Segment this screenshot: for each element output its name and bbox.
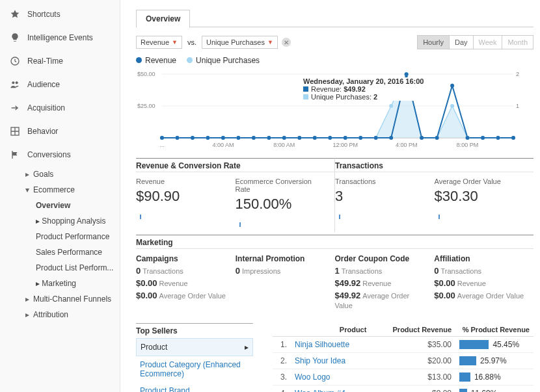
svg-point-46 — [236, 136, 240, 140]
top-sellers-table: Product Product Revenue % Product Revenu… — [273, 323, 533, 392]
marketing-line: 1Transactions — [335, 266, 428, 276]
top-sellers-dimension-list: Top Sellers Product▸ Product Category (E… — [136, 323, 253, 392]
flag-icon — [9, 149, 21, 161]
sidebar-label: Conversions — [27, 150, 71, 159]
time-month-button[interactable]: Month — [502, 35, 533, 49]
marketing-line: $49.92Revenue — [335, 278, 428, 288]
sidebar-sub-attribution[interactable]: ▸Attribution — [0, 307, 120, 322]
sidebar-subsub-shopping-analysis[interactable]: ▸ Shopping Analysis — [0, 213, 120, 229]
chevron-right-icon: ▸ — [245, 343, 249, 352]
product-link[interactable]: Ninja Silhouette — [291, 337, 370, 353]
marketing-line: $0.00Average Order Value — [136, 291, 229, 300]
sidebar-item-shortcuts[interactable]: Shortcuts — [0, 3, 120, 26]
top-sellers-item-category[interactable]: Product Category (Enhanced Ecommerce) — [136, 356, 253, 382]
marketing-line: 0Transactions — [136, 266, 229, 276]
table-row: 1.Ninja Silhouette$35.0045.45% — [273, 337, 533, 353]
sidebar-sub-ecommerce[interactable]: ▾Ecommerce — [0, 182, 120, 198]
marketing-line: 0Impressions — [236, 266, 329, 276]
chevron-down-icon: ▼ — [172, 39, 178, 46]
top-sellers-item-brand[interactable]: Product Brand — [136, 382, 253, 392]
caret-right-icon: ▸ — [36, 279, 40, 288]
marketing-col-header: Campaigns — [136, 254, 229, 263]
sidebar-label: Acquisition — [27, 103, 65, 112]
svg-point-52 — [328, 136, 332, 140]
sidebar-item-audience[interactable]: Audience — [0, 73, 120, 96]
svg-text:12:00 PM: 12:00 PM — [332, 142, 358, 148]
legend-dot-revenue — [136, 57, 142, 63]
metric-transactions: Transactions 3 — [335, 172, 435, 224]
caret-right-icon: ▸ — [36, 216, 40, 226]
chart-legend: Revenue Unique Purchases — [136, 56, 533, 65]
section-title-marketing: Marketing — [136, 235, 533, 248]
metric-b-dropdown[interactable]: Unique Purchases▼ — [202, 36, 278, 49]
remove-comparison-button[interactable]: ✕ — [282, 38, 291, 47]
sidebar-item-realtime[interactable]: Real-Time — [0, 49, 120, 73]
clock-icon — [9, 55, 21, 67]
svg-point-44 — [206, 136, 209, 140]
sparkline — [136, 211, 162, 219]
marketing-col-header: Internal Promotion — [236, 254, 329, 263]
svg-point-61 — [466, 136, 470, 140]
metric-a-dropdown[interactable]: Revenue▼ — [136, 36, 182, 49]
tab-overview[interactable]: Overview — [136, 10, 190, 28]
sparkline — [335, 211, 361, 219]
product-link[interactable]: Ship Your Idea — [291, 353, 370, 369]
top-sellers-item-product[interactable]: Product▸ — [136, 338, 253, 356]
sidebar-item-behavior[interactable]: Behavior — [0, 120, 120, 143]
sidebar-label: Audience — [27, 80, 60, 89]
svg-point-36 — [450, 104, 454, 108]
metric-revenue: Revenue $90.90 — [136, 172, 236, 232]
grid-icon — [9, 125, 21, 137]
metric-aov: Average Order Value $30.30 — [435, 172, 534, 224]
svg-point-64 — [511, 136, 515, 140]
svg-point-47 — [252, 136, 256, 140]
sidebar-subsub-product-performance[interactable]: Product Performance — [0, 229, 120, 244]
section-title-transactions: Transactions — [335, 159, 533, 172]
svg-text:4:00 AM: 4:00 AM — [212, 142, 234, 148]
marketing-line: $49.92Average Order Value — [335, 291, 428, 310]
sidebar-item-acquisition[interactable]: Acquisition — [0, 96, 120, 120]
svg-point-32 — [389, 104, 393, 108]
svg-point-41 — [160, 136, 164, 140]
sidebar-subsub-sales-performance[interactable]: Sales Performance — [0, 244, 120, 260]
product-link[interactable]: Woo Logo — [291, 369, 370, 385]
svg-point-51 — [313, 136, 317, 140]
vs-label: vs. — [187, 38, 196, 46]
tooltip-swatch — [303, 86, 308, 92]
marketing-col: Order Coupon Code1Transactions$49.92Reve… — [335, 249, 435, 318]
svg-point-50 — [297, 136, 301, 140]
time-week-button[interactable]: Week — [473, 35, 503, 49]
svg-point-2 — [16, 81, 18, 84]
marketing-col-header: Order Coupon Code — [335, 254, 428, 263]
svg-text:4:00 PM: 4:00 PM — [396, 142, 418, 148]
sidebar-item-conversions[interactable]: Conversions — [0, 143, 120, 166]
svg-point-43 — [191, 136, 195, 140]
table-row: 4.Woo Album #4$9.0011.69% — [273, 385, 533, 393]
marketing-col: Campaigns0Transactions$0.00Revenue$0.00A… — [136, 249, 236, 318]
caret-down-icon: ▾ — [25, 185, 32, 194]
svg-point-42 — [175, 136, 179, 140]
sidebar: Shortcuts Intelligence Events Real-Time … — [0, 0, 120, 392]
svg-text:8:00 AM: 8:00 AM — [273, 142, 295, 148]
bulb-icon — [9, 32, 21, 44]
time-day-button[interactable]: Day — [449, 35, 474, 49]
svg-text:...: ... — [159, 142, 165, 148]
main-chart[interactable]: $25.00$50.0012...4:00 AM8:00 AM12:00 PM4… — [136, 68, 533, 155]
time-hourly-button[interactable]: Hourly — [417, 35, 450, 49]
sidebar-item-intelligence-events[interactable]: Intelligence Events — [0, 26, 120, 49]
sidebar-subsub-overview[interactable]: Overview — [0, 198, 120, 213]
svg-point-57 — [405, 72, 409, 76]
sidebar-sub-multichannel-funnels[interactable]: ▸Multi-Channel Funnels — [0, 291, 120, 307]
marketing-col: Affiliation0Transactions$0.00Revenue$0.0… — [434, 249, 533, 318]
svg-point-59 — [435, 136, 439, 140]
sidebar-label: Real-Time — [27, 57, 63, 66]
sidebar-sub-goals[interactable]: ▸Goals — [0, 166, 120, 182]
sparkline — [435, 211, 461, 219]
sidebar-subsub-marketing[interactable]: ▸ Marketing — [0, 276, 120, 291]
sidebar-subsub-product-list-perform[interactable]: Product List Perform... — [0, 260, 120, 276]
svg-point-54 — [358, 136, 362, 140]
svg-point-45 — [221, 136, 225, 140]
time-granularity-toggle: Hourly Day Week Month — [418, 35, 533, 49]
main-content: Overview Revenue▼ vs. Unique Purchases▼ … — [120, 0, 540, 392]
product-link[interactable]: Woo Album #4 — [291, 385, 370, 393]
